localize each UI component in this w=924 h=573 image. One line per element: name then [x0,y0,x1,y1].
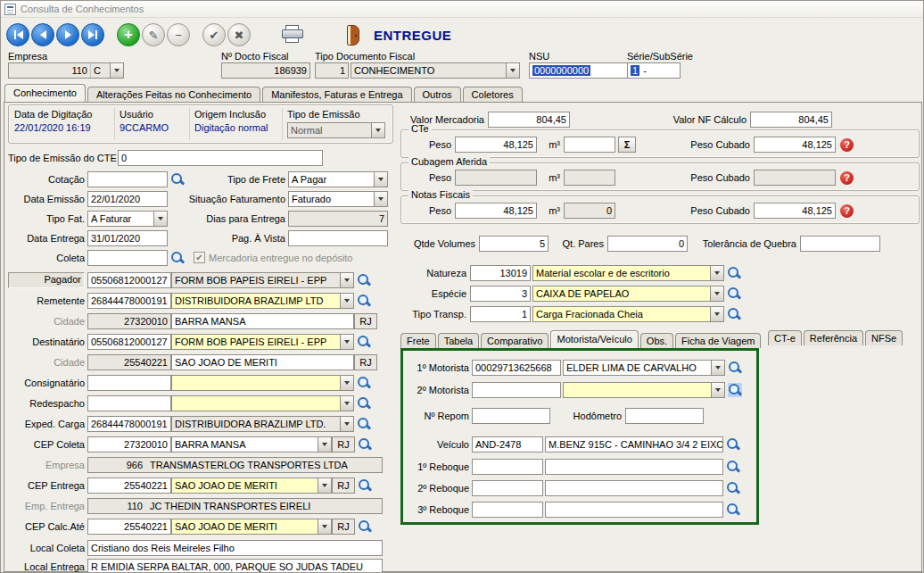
cancel-button[interactable]: ✖ [227,23,251,46]
local-entrega-field[interactable]: R EMIDIA SERPA BALTAR, 000, PARQUE SO JU… [87,559,383,573]
reboque3-plate-field[interactable] [472,502,543,518]
cte-peso-cubado-field[interactable]: 48,125 [754,137,836,153]
tab-tabela[interactable]: Tabela [438,333,479,348]
search-icon[interactable] [357,294,371,308]
edit-record-button[interactable]: ✎ [142,23,165,46]
qtde-volumes-field[interactable]: 5 [479,236,549,252]
data-emissao-field[interactable]: 22/01/2020 [87,191,168,207]
next-record-button[interactable] [56,23,79,46]
valor-nf-field[interactable]: 804,45 [750,112,832,128]
dropdown-icon[interactable] [374,172,387,187]
dropdown-icon[interactable] [318,478,331,493]
search-icon[interactable] [727,266,741,280]
empresa2-field[interactable]: 966 TRANSMASTERLOG TRANSPORTES LTDA [87,457,383,473]
cep-calc-code-field[interactable]: 25540221 [87,519,171,535]
search-icon[interactable] [357,376,371,390]
coleta-field[interactable] [87,250,168,266]
cte-peso-field[interactable]: 48,125 [455,137,537,153]
tab-obs[interactable]: Obs. [640,333,673,348]
emp-entrega-field[interactable]: 110 JC THEDIN TRANSPORTES EIRELI [87,498,383,514]
dropdown-icon[interactable] [340,335,353,349]
dropdown-icon[interactable] [371,123,384,137]
search-icon[interactable] [726,460,740,474]
notas-peso-field[interactable]: 48,125 [455,203,537,219]
cep-entrega-code-field[interactable]: 25540221 [87,478,171,494]
tab-nfse[interactable]: NFSe [865,330,903,345]
tab-comparativo[interactable]: Comparativo [481,333,549,348]
cotacao-field[interactable] [87,171,168,187]
help-icon[interactable]: ? [840,138,854,152]
last-record-button[interactable] [81,23,104,46]
cubagem-peso-cubado-field[interactable] [754,170,836,186]
search-icon[interactable] [358,478,372,493]
dropdown-icon[interactable] [711,361,724,375]
add-record-button[interactable]: + [117,23,140,46]
motorista2-combo[interactable] [563,382,725,398]
exped-combo[interactable]: DISTRIBUIDORA BRAZLIMP LTD. [171,416,354,432]
nsu-field[interactable]: 0000000000 [529,62,629,79]
veiculo-desc-field[interactable]: M.BENZ 915C - CAMINHAO 3/4 2 EIXOS [545,436,723,453]
dropdown-icon[interactable] [710,266,723,280]
tipo-frete-combo[interactable]: A Pagar [288,171,388,187]
confirm-button[interactable]: ✔ [202,23,226,46]
situacao-combo[interactable]: Faturado [288,191,388,207]
serie-field[interactable]: 1 - [627,62,681,79]
search-icon[interactable] [728,383,742,397]
search-icon[interactable] [726,502,740,517]
cte-emissao-field[interactable]: 0 [118,150,323,166]
cidade-uf-field[interactable]: RJ [354,313,377,329]
tab-outros[interactable]: Outros [414,87,461,102]
especie-code-field[interactable]: 3 [470,286,531,302]
cep-calc-combo[interactable]: SAO JOAO DE MERITI [171,519,332,535]
dropdown-icon[interactable] [318,437,331,452]
dropdown-icon[interactable] [340,294,353,308]
search-icon[interactable] [170,251,185,265]
search-icon[interactable] [357,273,371,287]
hodometro-field[interactable] [625,408,704,424]
dropdown-icon[interactable] [110,63,123,78]
tab-alteracoes[interactable]: Alterações Feitas no Conhecimento [87,87,260,102]
cep-coleta-code-field[interactable]: 27320010 [87,436,171,453]
cidade-code-field[interactable]: 27320010 [87,313,171,329]
consignatario-code-field[interactable] [87,375,171,391]
delete-record-button[interactable]: − [167,23,190,46]
motorista1-code-field[interactable]: 00029713625668 [472,360,561,376]
empresa-combo[interactable]: 110 C [8,62,124,79]
tab-conhecimento[interactable]: Conhecimento [4,84,86,102]
emissao-combo[interactable]: Normal [287,122,385,138]
dropdown-icon[interactable] [340,417,353,431]
cidade-uf-field[interactable]: RJ [354,354,377,370]
cidade-name-field[interactable]: SAO JOAO DE MERITI [171,354,354,370]
dropdown-icon[interactable] [318,519,331,534]
search-icon[interactable] [727,307,741,321]
tipo-transp-code-field[interactable]: 1 [470,306,531,322]
cep-calc-uf-field[interactable]: RJ [332,519,355,535]
first-record-button[interactable] [6,23,29,46]
search-icon[interactable] [358,437,372,452]
sum-button[interactable]: Σ [618,137,636,153]
reboque1-desc-field[interactable] [545,459,723,475]
search-icon[interactable] [170,172,185,187]
cep-coleta-combo[interactable]: BARRA MANSA [171,436,332,453]
docto-field[interactable]: 186939 [221,62,310,79]
cep-coleta-uf-field[interactable]: RJ [332,436,355,453]
tab-motorista-veiculo[interactable]: Motorista/Veículo [550,330,638,348]
reboque2-desc-field[interactable] [545,480,723,496]
dropdown-icon[interactable] [340,396,353,411]
motorista1-combo[interactable]: ELDER LIMA DE CARVALHO [563,360,725,376]
search-icon[interactable] [726,481,740,495]
search-icon[interactable] [727,286,741,301]
qt-pares-field[interactable]: 0 [607,236,688,252]
repom-field[interactable] [472,408,550,424]
pagador-combo[interactable]: FORM BOB PAPEIS EIRELI - EPP [171,272,354,288]
natureza-code-field[interactable]: 13019 [470,265,531,281]
reboque3-desc-field[interactable] [545,502,723,518]
reboque1-plate-field[interactable] [472,459,543,475]
pagador-code-field[interactable]: 05506812000127 [87,272,171,288]
notas-peso-cubado-field[interactable]: 48,125 [754,203,836,219]
tipo-fat-combo[interactable]: A Faturar [87,211,168,227]
cep-entrega-combo[interactable]: SAO JOAO DE MERITI [171,478,332,494]
valor-mercadoria-field[interactable]: 804,45 [488,112,570,128]
dropdown-icon[interactable] [340,273,353,287]
dropdown-icon[interactable] [374,192,387,206]
